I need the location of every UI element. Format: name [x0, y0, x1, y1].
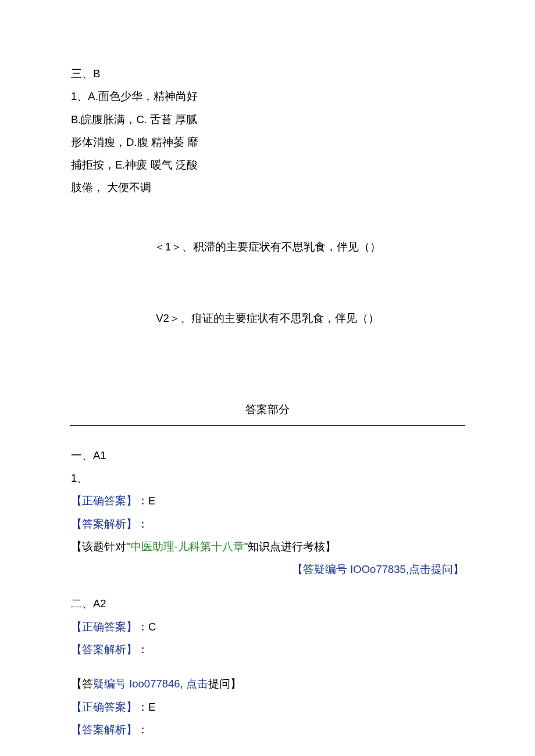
divider [70, 425, 465, 426]
section-b-header: 三、B [71, 64, 464, 83]
a1-topic-line: 【该题针对"中医助理-儿科第十八章"知识点进行考核】 [71, 537, 464, 556]
section-a1-header: 一、A1 [71, 446, 464, 465]
a2-correct-0: 【正确答案】：C [71, 617, 464, 636]
topic-name: 中医助理-儿科第十八章 [130, 540, 244, 553]
subquestion-2: V2＞、疳证的主要症状有不思乳食，伴见（） [71, 309, 464, 328]
a1-q1-num: 1、 [71, 468, 464, 488]
a2-analysis-1: 【答案解析】： [71, 720, 464, 739]
correct-answer-label: 【正确答案】 [71, 495, 137, 507]
a2-analysis-0: 【答案解析】： [71, 640, 464, 659]
a2-correct-1: 【正确答案】：E [71, 697, 464, 716]
q1-line-d: 捕拒按，E.神疲 暖气 泛酸 [71, 155, 464, 174]
q1-line-a: 1、A.面色少华，精神尚好 [71, 87, 464, 106]
section-a2-header: 二、A2 [71, 594, 464, 613]
answer-section-title: 答案部分 [71, 400, 464, 419]
q1-line-b: B.皖腹胀满，C. 舌苔 厚腻 [71, 110, 464, 129]
ask-link[interactable]: 点击 [186, 678, 208, 690]
a1-correct: 【正确答案】：E [71, 491, 464, 510]
ask-link[interactable]: 点击提问 [409, 563, 453, 575]
subquestion-1: ＜1＞、积滞的主要症状有不思乳食，伴见（） [71, 237, 464, 256]
analysis-label: 【答案解析】 [71, 518, 137, 530]
a1-analysis: 【答案解析】： [71, 514, 464, 533]
q1-line-c: 形体消瘦，D.腹 精神萎 靡 [71, 132, 464, 152]
a1-ask-line: 【答疑编号 IOOo77835,点击提问】 [71, 560, 464, 579]
q1-line-e: 肢倦， 大便不调 [71, 178, 464, 197]
a2-ask-0: 【答疑编号 Ioo077846, 点击提问】 [71, 674, 464, 693]
